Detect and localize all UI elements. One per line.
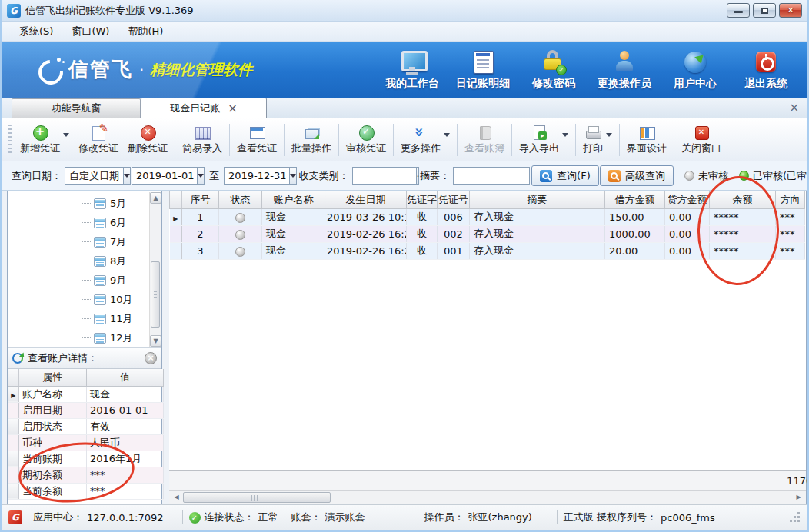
toolbar-separator — [575, 124, 576, 156]
toolbar-audit-voucher-button[interactable]: 审核凭证 — [341, 122, 391, 158]
tree-item-month-6[interactable]: 6月 — [8, 213, 161, 232]
col-credit[interactable]: 贷方金额 — [665, 191, 710, 208]
tree-scrollbar[interactable]: ▲ ▼ — [149, 192, 161, 347]
tab-function-nav[interactable]: 功能导航窗 — [12, 98, 141, 118]
restore-button[interactable] — [753, 3, 776, 18]
close-button[interactable] — [779, 3, 802, 18]
banner-action-journal-detail[interactable]: 日记账明细 — [450, 48, 516, 91]
toolbar-delete-voucher-button[interactable]: 删除凭证 — [123, 122, 172, 158]
toolbar-batch-operation-button[interactable]: 批量操作 — [287, 122, 336, 158]
col-debit[interactable]: 借方金额 — [605, 191, 665, 208]
journal-row[interactable]: 2 现金 2019-02-26 16:20 收 002 存入现金 1000.00… — [170, 225, 805, 242]
status-separator — [285, 510, 285, 524]
col-account[interactable]: 账户名称 — [262, 191, 325, 208]
banner-action-exit-system[interactable]: 退出系统 — [733, 48, 799, 91]
col-seq[interactable]: 序号 — [182, 191, 219, 208]
delete-voucher-icon — [140, 125, 155, 140]
scroll-right-icon[interactable]: ▶ — [793, 492, 804, 503]
query-button[interactable]: 查询(F) — [531, 165, 599, 186]
date-to-select[interactable]: 2019-12-31 — [224, 167, 290, 185]
toolbar-add-voucher-button[interactable]: 新增凭证 — [15, 122, 74, 158]
account-detail-row[interactable]: 当前账期 2016年1月 — [8, 451, 164, 467]
dropdown-arrow-icon[interactable] — [562, 133, 568, 137]
toolbar-view-voucher-button[interactable]: 查看凭证 — [232, 122, 281, 158]
horizontal-scrollbar[interactable]: ◀ ▶ — [169, 490, 806, 504]
tree-scrollbar-thumb[interactable] — [151, 261, 160, 328]
dropdown-arrow-icon[interactable] — [606, 133, 612, 137]
tree-item-month-5[interactable]: 5月 — [8, 194, 161, 213]
col-direction[interactable]: 方向 — [776, 191, 805, 208]
col-date[interactable]: 发生日期 — [325, 191, 407, 208]
menu-window[interactable]: 窗口(W) — [62, 23, 118, 40]
scroll-down-icon[interactable]: ▼ — [150, 335, 161, 347]
col-voucher-no[interactable]: 凭证号 — [438, 191, 470, 208]
tree-item-month-9[interactable]: 9月 — [8, 271, 161, 290]
minimize-button[interactable] — [727, 3, 750, 18]
category-ellipsis-button[interactable] — [417, 167, 419, 185]
col-status[interactable]: 状态 — [219, 191, 262, 208]
tree-item-month-7[interactable]: 7月 — [8, 232, 161, 251]
tree-item-month-8[interactable]: 8月 — [8, 251, 161, 271]
toolbar-edit-voucher-button[interactable]: 修改凭证 — [74, 122, 123, 158]
tree-item-month-11[interactable]: 11月 — [8, 309, 161, 328]
date-from-select[interactable]: 2019-01-01 — [132, 167, 198, 185]
account-detail-row[interactable]: 启用日期 2016-01-01 — [8, 402, 164, 418]
tree-connector — [82, 213, 92, 232]
brand-logo-icon — [36, 57, 62, 83]
col-balance[interactable]: 余额 — [710, 191, 776, 208]
account-detail-row[interactable]: 账户名称 现金 — [8, 386, 164, 402]
tab-close-icon[interactable] — [228, 103, 238, 115]
tab-cash-journal[interactable]: 现金日记账 — [141, 98, 267, 118]
dropdown-arrow-icon[interactable] — [63, 133, 69, 137]
status-operator: 操作员： 张亚(zhangy) — [424, 510, 532, 524]
panel-close-icon[interactable] — [145, 352, 157, 364]
horizontal-scrollbar-thumb[interactable] — [183, 492, 331, 503]
date-mode-select[interactable]: 自定义日期 — [65, 167, 124, 185]
tabstrip: 功能导航窗 现金日记账 — [2, 98, 807, 118]
journal-row[interactable]: 3 现金 2019-02-26 16:20 收 001 存入现金 20.00 0… — [170, 242, 805, 259]
toolbar-import-export-button[interactable]: 导入导出 — [514, 122, 573, 158]
category-input[interactable] — [352, 167, 417, 185]
unaudited-status-icon — [235, 247, 245, 257]
date-mode-dropdown-icon[interactable] — [124, 167, 131, 185]
account-detail-row[interactable]: 启用状态 有效 — [8, 418, 164, 434]
banner-action-change-password[interactable]: 修改密码 — [521, 48, 587, 91]
menu-system[interactable]: 系统(S) — [10, 23, 62, 40]
toolbar-more-operations-button[interactable]: 更多操作 — [396, 122, 454, 158]
account-detail-row[interactable]: 期初余额 *** — [8, 467, 164, 483]
legend-unaudited: 未审核 — [684, 169, 728, 183]
panel-splitter[interactable] — [162, 191, 169, 504]
account-detail-row[interactable]: 当前余额 *** — [8, 483, 164, 499]
dropdown-arrow-icon[interactable] — [444, 133, 450, 137]
status-ledger: 账套： 演示账套 — [291, 510, 365, 524]
summary-input[interactable] — [453, 167, 530, 185]
tab-label: 现金日记账 — [170, 101, 220, 115]
banner-action-user-center[interactable]: 用户中心 — [662, 48, 728, 91]
advanced-search-icon — [608, 170, 621, 182]
refresh-icon[interactable] — [12, 353, 23, 364]
advanced-query-button[interactable]: 高级查询 — [600, 165, 674, 186]
scroll-up-icon[interactable]: ▲ — [150, 192, 161, 204]
date-filter-label: 查询日期： — [12, 169, 62, 183]
journal-row[interactable]: 1 现金 2019-03-26 10:10 收 006 存入现金 150.00 … — [170, 208, 805, 225]
banner-action-workstation[interactable]: 我的工作台 — [379, 48, 445, 91]
menu-help[interactable]: 帮助(H) — [118, 23, 172, 40]
tree-connector — [82, 328, 92, 347]
toolbar-print-button[interactable]: 打印 — [578, 122, 617, 158]
scroll-left-icon[interactable]: ◀ — [171, 492, 182, 503]
audit-voucher-icon — [358, 125, 374, 140]
col-summary[interactable]: 摘要 — [470, 191, 605, 208]
toolbar-quick-entry-button[interactable]: 简易录入 — [178, 122, 227, 158]
tree-item-month-10[interactable]: 10月 — [8, 290, 161, 309]
tree-item-month-12[interactable]: 12月 — [8, 328, 161, 347]
toolbar-drag-handle[interactable] — [8, 125, 12, 155]
resize-grip[interactable] — [790, 512, 801, 523]
tabstrip-close-icon[interactable] — [789, 101, 799, 115]
banner-action-switch-operator[interactable]: 更换操作员 — [591, 48, 658, 91]
toolbar-close-window-button[interactable]: 关闭窗口 — [677, 122, 726, 158]
col-voucher-word[interactable]: 凭证字 — [407, 191, 438, 208]
date-to-dropdown-icon[interactable] — [290, 167, 297, 185]
account-detail-row[interactable]: 币种 人民币 — [8, 434, 164, 451]
date-from-dropdown-icon[interactable] — [198, 167, 205, 185]
toolbar-ui-design-button[interactable]: 界面设计 — [622, 122, 671, 158]
